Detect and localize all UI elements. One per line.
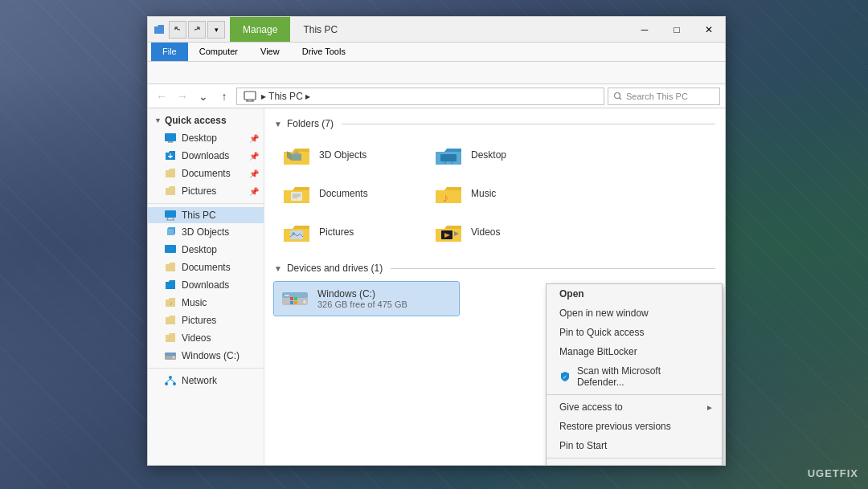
sidebar-item-label: Network bbox=[182, 375, 217, 386]
sidebar-quick-access-header[interactable]: ▼ Quick access bbox=[148, 112, 264, 129]
svg-line-5 bbox=[620, 97, 622, 100]
sidebar-item-music[interactable]: ♪ Music bbox=[148, 294, 264, 312]
svg-rect-42 bbox=[294, 301, 297, 304]
ctx-format[interactable]: Format... bbox=[547, 461, 722, 465]
search-icon bbox=[613, 92, 623, 101]
tab-manage[interactable]: Manage bbox=[230, 17, 290, 42]
sidebar-item-network[interactable]: Network bbox=[148, 372, 264, 389]
sidebar-item-label: Documents bbox=[182, 262, 231, 273]
svg-rect-41 bbox=[290, 301, 293, 304]
sidebar-item-documents2[interactable]: Documents bbox=[148, 259, 264, 276]
drive-icon-sm bbox=[164, 349, 177, 362]
close-button[interactable]: ✕ bbox=[693, 17, 725, 43]
ctx-give-access[interactable]: Give access to ► bbox=[547, 397, 722, 417]
downloads-icon-sm bbox=[164, 279, 177, 291]
tab-drive-tools[interactable]: Drive Tools bbox=[291, 43, 357, 61]
down-arrow-btn[interactable]: ▾ bbox=[207, 21, 225, 39]
sidebar-item-pictures2[interactable]: Pictures bbox=[148, 312, 264, 329]
divider2 bbox=[148, 368, 264, 369]
divider bbox=[148, 203, 264, 204]
ctx-item-label: Scan with Microsoft Defender... bbox=[577, 365, 709, 388]
sidebar-item-thispc[interactable]: This PC bbox=[148, 207, 264, 223]
maximize-button[interactable]: □ bbox=[661, 17, 693, 43]
desktop-icon-sm bbox=[164, 243, 177, 256]
folder-item-desktop[interactable]: Desktop bbox=[426, 137, 575, 173]
pictures-icon bbox=[164, 185, 177, 198]
downloads-icon bbox=[164, 149, 177, 162]
redo-btn[interactable] bbox=[188, 21, 206, 39]
ctx-item-label: Pin to Quick access bbox=[559, 327, 644, 338]
sidebar-item-label: Music bbox=[182, 297, 207, 308]
tab-thispc[interactable]: This PC bbox=[290, 17, 350, 42]
sidebar-item-downloads2[interactable]: Downloads bbox=[148, 276, 264, 294]
sidebar-item-windows-c[interactable]: Windows (C:) bbox=[148, 347, 264, 365]
ctx-open[interactable]: Open bbox=[547, 284, 722, 304]
folder-icon bbox=[153, 23, 166, 36]
devices-section-header[interactable]: ▼ Devices and drives (1) bbox=[274, 263, 715, 274]
svg-text:♪: ♪ bbox=[170, 300, 173, 306]
documents-icon-sm bbox=[164, 261, 177, 274]
ribbon-tabs: File Computer View Drive Tools bbox=[148, 43, 725, 62]
sidebar-item-pictures[interactable]: Pictures 📌 bbox=[148, 182, 264, 200]
folder-item-3dobjects[interactable]: 3D Objects bbox=[274, 137, 423, 173]
ctx-manage-bitlocker[interactable]: Manage BitLocker bbox=[547, 342, 722, 361]
title-bar: ▾ Manage This PC ─ □ ✕ bbox=[148, 17, 725, 43]
tab-file[interactable]: File bbox=[151, 43, 188, 61]
svg-point-18 bbox=[165, 382, 168, 385]
forward-button[interactable]: → bbox=[174, 88, 191, 105]
tab-computer[interactable]: Computer bbox=[188, 43, 249, 61]
ctx-item-label: Restore previous versions bbox=[559, 421, 671, 432]
address-bar: ← → ⌄ ↑ ▸ This PC ▸ Search This PC bbox=[148, 84, 725, 108]
sidebar-item-desktop2[interactable]: Desktop bbox=[148, 241, 264, 259]
folder-item-documents[interactable]: Documents bbox=[274, 176, 423, 211]
separator bbox=[342, 124, 715, 124]
ctx-pin-start[interactable]: Pin to Start bbox=[547, 436, 722, 455]
svg-rect-15 bbox=[165, 352, 176, 356]
pin-icon: 📌 bbox=[249, 152, 259, 161]
svg-point-17 bbox=[169, 376, 172, 379]
sidebar-item-3dobjects[interactable]: 3D Objects bbox=[148, 223, 264, 241]
sidebar-item-desktop[interactable]: Desktop 📌 bbox=[148, 129, 264, 147]
ctx-pin-quick-access[interactable]: Pin to Quick access bbox=[547, 323, 722, 342]
folder-item-music[interactable]: ♪ Music bbox=[426, 176, 575, 211]
minimize-button[interactable]: ─ bbox=[628, 17, 661, 43]
sidebar-item-label: Desktop bbox=[182, 244, 217, 255]
music-icon: ♪ bbox=[164, 296, 177, 309]
folder-name: Documents bbox=[319, 188, 368, 199]
ctx-open-new-window[interactable]: Open in new window bbox=[547, 304, 722, 323]
folder-icon-3dobjects bbox=[280, 142, 313, 168]
address-path[interactable]: ▸ This PC ▸ bbox=[236, 88, 604, 105]
folders-label: Folders (7) bbox=[287, 118, 334, 129]
collapse-arrow: ▼ bbox=[154, 116, 162, 124]
svg-rect-38 bbox=[285, 295, 289, 296]
tab-view[interactable]: View bbox=[249, 43, 291, 61]
ctx-restore-versions[interactable]: Restore previous versions bbox=[547, 417, 722, 436]
search-box[interactable]: Search This PC bbox=[608, 88, 720, 105]
folder-grid: 3D Objects Desktop bbox=[274, 137, 715, 250]
up-button[interactable]: ↑ bbox=[215, 88, 233, 105]
drive-space: 326 GB free of 475 GB bbox=[317, 300, 454, 309]
undo-btn[interactable] bbox=[169, 21, 186, 39]
title-bar-left: ▾ bbox=[148, 21, 230, 39]
recent-locations-button[interactable]: ⌄ bbox=[194, 88, 212, 105]
sidebar-item-downloads[interactable]: Downloads 📌 bbox=[148, 147, 264, 165]
ctx-scan-defender[interactable]: ✓ Scan with Microsoft Defender... bbox=[547, 361, 722, 392]
back-button[interactable]: ← bbox=[153, 88, 170, 105]
sidebar-item-videos[interactable]: Videos bbox=[148, 329, 264, 347]
videos-icon bbox=[164, 332, 177, 344]
network-icon bbox=[164, 374, 177, 387]
drive-name: Windows (C:) bbox=[317, 288, 454, 300]
folder-item-videos[interactable]: Videos bbox=[426, 214, 575, 250]
svg-point-4 bbox=[615, 92, 620, 98]
svg-rect-12 bbox=[165, 245, 176, 253]
sidebar-item-documents[interactable]: Documents 📌 bbox=[148, 165, 264, 182]
explorer-window: ▾ Manage This PC ─ □ ✕ File Computer Vie… bbox=[147, 16, 726, 466]
folder-name: Pictures bbox=[319, 226, 354, 238]
folder-item-pictures[interactable]: Pictures bbox=[274, 214, 423, 250]
breadcrumb-path: ▸ This PC ▸ bbox=[261, 91, 310, 102]
documents-icon bbox=[164, 167, 177, 180]
svg-rect-39 bbox=[290, 297, 293, 300]
drive-item-windows-c[interactable]: Windows (C:) 326 GB free of 475 GB bbox=[274, 282, 459, 316]
folders-section-header[interactable]: ▼ Folders (7) bbox=[274, 118, 715, 129]
quick-save-toolbar: ▾ bbox=[169, 21, 225, 39]
